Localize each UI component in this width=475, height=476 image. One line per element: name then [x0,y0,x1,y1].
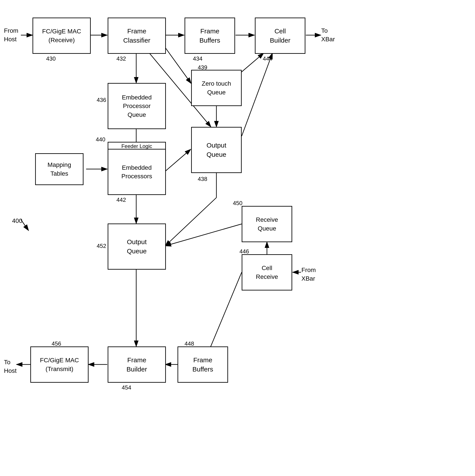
cell-receive-label: CellReceive [256,264,278,281]
frame-classifier-box: FrameClassifier [108,17,166,54]
frame-builder-label: FrameBuilder [126,356,147,374]
svg-line-10 [165,149,191,171]
embedded-proc-queue-box: EmbeddedProcessorQueue [108,83,166,129]
frame-builder-box: FrameBuilder [108,346,166,383]
svg-line-15 [242,53,272,136]
to-xbar-label: ToXBar [321,26,335,43]
fc-gige-mac-transmit-box: FC/GigE MAC(Transmit) [30,346,88,383]
mapping-tables-box: MappingTables [35,153,84,185]
ref-440: 440 [96,136,105,143]
ref-454: 454 [122,384,131,391]
ref-450: 450 [233,200,242,207]
frame-buffers-1-box: FrameBuffers [185,17,235,54]
diagram-container: FC/GigE MAC (Receive) FrameClassifier Fr… [0,0,475,476]
cell-receive-box: CellReceive [242,254,292,290]
receive-queue-label: ReceiveQueue [256,215,278,233]
ref-432: 432 [116,55,126,62]
ref-444: 444 [263,55,272,62]
ref-436: 436 [97,97,106,103]
frame-classifier-label: FrameClassifier [123,27,150,45]
mapping-tables-label: MappingTables [48,160,71,178]
ref-448: 448 [185,340,194,347]
ref-446: 446 [240,248,249,255]
ref-430: 430 [46,55,56,62]
from-host-label: FromHost [4,26,18,43]
output-queue-1-label: OutputQueue [207,141,226,159]
ref-434: 434 [193,55,202,62]
output-queue-2-label: OutputQueue [127,237,146,256]
ref-400: 400 [12,217,22,224]
ref-438: 438 [198,176,207,183]
to-host-label: ToHost [4,358,17,375]
output-queue-2-box: OutputQueue [108,223,166,270]
frame-buffers-2-label: FrameBuffers [193,356,213,374]
embedded-processors-label: EmbeddedProcessors [121,163,152,181]
fc-gige-mac-transmit-label: FC/GigE MAC(Transmit) [40,356,79,373]
receive-queue-box: ReceiveQueue [242,206,292,242]
feeder-logic-label: Feeder Logic [108,142,166,150]
ref-439: 439 [198,64,207,71]
embedded-proc-queue-label: EmbeddedProcessorQueue [122,93,152,119]
zero-touch-queue-label: Zero touchQueue [202,79,231,96]
ref-452: 452 [97,243,106,249]
ref-442: 442 [116,197,126,203]
embedded-processors-box: EmbeddedProcessors [108,149,166,195]
from-xbar-label: FromXBar [301,266,316,283]
output-queue-1-box: OutputQueue [191,127,242,173]
cell-builder-label: CellBuilder [270,27,290,45]
fc-gige-mac-receive-box: FC/GigE MAC (Receive) [33,17,91,54]
frame-buffers-1-label: FrameBuffers [199,27,220,45]
cell-builder-box: CellBuilder [255,17,305,54]
ref-456: 456 [52,340,61,347]
zero-touch-queue-box: Zero touchQueue [191,70,242,106]
frame-buffers-2-box: FrameBuffers [177,346,228,383]
fc-gige-mac-receive-label: FC/GigE MAC (Receive) [33,27,90,44]
